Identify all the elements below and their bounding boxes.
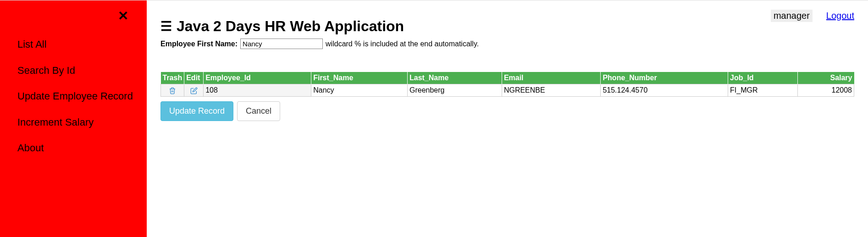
user-badge: manager: [771, 10, 813, 22]
sidebar-item-update-employee[interactable]: Update Employee Record: [17, 83, 147, 110]
cell-last-name: Greenberg: [407, 84, 502, 97]
hamburger-icon[interactable]: ☰: [160, 19, 172, 34]
col-job-id: Job_Id: [728, 72, 798, 84]
cell-salary: 12008: [797, 84, 854, 97]
main-content: manager Logout ☰ Java 2 Days HR Web Appl…: [147, 0, 868, 237]
sidebar: ✕ List All Search By Id Update Employee …: [0, 0, 147, 237]
sidebar-item-list-all[interactable]: List All: [17, 32, 147, 58]
logout-link[interactable]: Logout: [826, 11, 854, 21]
cancel-button[interactable]: Cancel: [237, 101, 280, 121]
cell-employee-id: 108: [204, 84, 311, 97]
trash-icon: [169, 87, 176, 94]
cell-phone: 515.124.4570: [601, 84, 728, 97]
sidebar-item-search-by-id[interactable]: Search By Id: [17, 58, 147, 84]
col-phone: Phone_Number: [601, 72, 728, 84]
edit-cell[interactable]: [184, 84, 204, 97]
search-hint: wildcard % is included at the end automa…: [326, 40, 479, 48]
page-title: Java 2 Days HR Web Application: [177, 18, 404, 35]
cell-email: NGREENBE: [502, 84, 601, 97]
sidebar-item-increment-salary[interactable]: Increment Salary: [17, 110, 147, 136]
close-icon[interactable]: ✕: [118, 9, 128, 23]
cell-job-id: FI_MGR: [728, 84, 798, 97]
col-employee-id: Employee_Id: [204, 72, 311, 84]
trash-cell[interactable]: [161, 84, 184, 97]
search-input[interactable]: [240, 39, 323, 49]
col-email: Email: [502, 72, 601, 84]
cell-first-name: Nancy: [311, 84, 408, 97]
edit-icon: [190, 87, 198, 94]
update-record-button[interactable]: Update Record: [160, 101, 233, 121]
col-first-name: First_Name: [311, 72, 408, 84]
employee-table: Trash Edit Employee_Id First_Name Last_N…: [160, 72, 854, 97]
col-last-name: Last_Name: [407, 72, 502, 84]
col-trash: Trash: [161, 72, 184, 84]
col-edit: Edit: [184, 72, 204, 84]
table-header-row: Trash Edit Employee_Id First_Name Last_N…: [161, 72, 854, 84]
search-label: Employee First Name:: [160, 40, 238, 48]
table-row: 108 Nancy Greenberg NGREENBE 515.124.457…: [161, 84, 854, 97]
sidebar-item-about[interactable]: About: [17, 135, 147, 161]
col-salary: Salary: [797, 72, 854, 84]
